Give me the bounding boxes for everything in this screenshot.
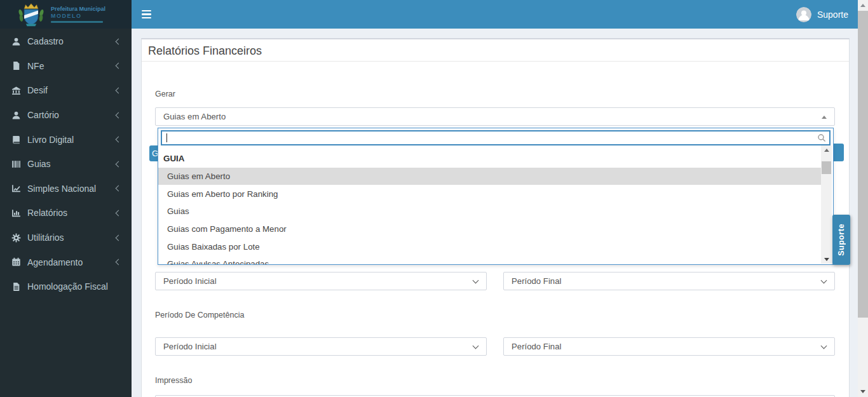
- competencia-final-select[interactable]: Período Final: [503, 337, 835, 356]
- window-scroll-up-arrow[interactable]: [858, 0, 868, 10]
- sidebar-item-label: Cadastro: [27, 36, 64, 46]
- dropdown-option-guias-em-aberto-por-ranking[interactable]: Guias em Aberto por Ranking: [158, 185, 822, 203]
- sidebar-item-label: NFe: [27, 61, 44, 71]
- dropdown-scrollbar-thumb[interactable]: [822, 161, 831, 174]
- book-icon: [11, 135, 21, 144]
- card-header: Relatórios Financeiros: [142, 39, 849, 62]
- gear-icon: [11, 233, 21, 243]
- sidebar-item-cartorio[interactable]: Cartório: [0, 103, 132, 128]
- barcode-icon: [11, 159, 21, 169]
- chevron-left-icon: [116, 259, 122, 266]
- caret-up-icon: [822, 116, 827, 119]
- sidebar-menu: Cadastro NFe Desif Cartório Livro Digita…: [0, 29, 132, 299]
- chevron-down-icon: [473, 343, 479, 349]
- chevron-left-icon: [116, 38, 122, 44]
- periodo-inicial-select[interactable]: Período Inicial: [155, 272, 487, 290]
- chevron-down-icon: [821, 343, 827, 349]
- chevron-down-icon: [821, 278, 827, 284]
- report-type-dropdown: GUIA Guias em Aberto Guias em Aberto por…: [158, 128, 834, 265]
- gerar-field-label: Gerar: [155, 90, 175, 98]
- sidebar-item-label: Cartório: [27, 110, 59, 120]
- relatorios-financeiros-card: Relatórios Financeiros Gerar Gerar Guias…: [141, 38, 850, 397]
- sidebar-item-desif[interactable]: Desif: [0, 78, 132, 103]
- scroll-up-arrow[interactable]: [821, 145, 832, 154]
- triangle-down-icon: [860, 390, 865, 393]
- chevron-left-icon: [116, 137, 122, 143]
- window-scrollbar[interactable]: [858, 0, 868, 397]
- sidebar-item-nfe[interactable]: NFe: [0, 54, 132, 79]
- sidebar-item-cadastro[interactable]: Cadastro: [0, 29, 132, 54]
- chevron-left-icon: [116, 185, 122, 192]
- sidebar-item-utilitarios[interactable]: Utilitários: [0, 225, 132, 250]
- sidebar-item-label: Desif: [27, 85, 48, 95]
- sidebar-item-label: Guias: [27, 159, 51, 169]
- sidebar-item-homologacao-fiscal[interactable]: Homologação Fiscal: [0, 274, 132, 299]
- report-type-select-value: Guias em Aberto: [163, 112, 226, 121]
- chevron-left-icon: [116, 63, 122, 69]
- chart-line-icon: [11, 184, 21, 193]
- user-avatar-icon: [796, 7, 811, 22]
- file-icon: [11, 61, 21, 71]
- triangle-down-icon: [824, 258, 829, 261]
- municipal-crest-logo: [17, 1, 46, 28]
- impressao-label: Impressão: [155, 376, 192, 385]
- periodo-competencia-label: Período De Competência: [155, 311, 244, 320]
- dropdown-option-guias-em-aberto[interactable]: Guias em Aberto: [158, 168, 822, 185]
- chevron-down-icon: [473, 278, 479, 284]
- support-side-tab[interactable]: Suporte: [832, 215, 850, 265]
- hamburger-menu-button[interactable]: [133, 0, 159, 29]
- file-text-icon: [11, 282, 21, 292]
- sidebar-item-label: Livro Digital: [27, 135, 74, 145]
- main-content: Relatórios Financeiros Gerar Gerar Guias…: [132, 29, 868, 397]
- logo[interactable]: Prefeitura Municipal MODELO: [0, 0, 132, 29]
- competencia-inicial-select[interactable]: Período Inicial: [155, 337, 487, 356]
- hamburger-bar: [142, 13, 151, 15]
- user-menu[interactable]: Suporte: [796, 0, 848, 29]
- chevron-left-icon: [116, 234, 122, 241]
- user-icon: [11, 111, 21, 120]
- logo-subtitle: MODELO: [51, 13, 105, 20]
- sidebar-item-simples-nacional[interactable]: Simples Nacional: [0, 177, 132, 201]
- logo-title: Prefeitura Municipal: [51, 6, 105, 13]
- user-icon: [11, 37, 21, 46]
- dropdown-search-input[interactable]: [161, 130, 831, 145]
- support-side-tab-label: Suporte: [837, 224, 846, 256]
- calendar-icon: [11, 257, 21, 267]
- top-header: Suporte: [132, 0, 868, 29]
- bank-icon: [11, 86, 21, 95]
- triangle-up-icon: [860, 4, 865, 7]
- sidebar-item-livro-digital[interactable]: Livro Digital: [0, 127, 132, 152]
- hamburger-bar: [142, 10, 151, 12]
- dropdown-search: [161, 130, 831, 145]
- user-name-label: Suporte: [817, 10, 848, 20]
- logo-tagline: [51, 21, 103, 23]
- scroll-down-arrow[interactable]: [821, 255, 832, 264]
- sidebar: Prefeitura Municipal MODELO Cadastro NFe…: [0, 0, 132, 397]
- sidebar-item-agendamento[interactable]: Agendamento: [0, 250, 132, 274]
- chevron-left-icon: [116, 112, 122, 118]
- sidebar-item-guias[interactable]: Guias: [0, 152, 132, 177]
- window-scrollbar-thumb[interactable]: [858, 11, 868, 318]
- chevron-left-icon: [116, 161, 122, 167]
- window-scroll-down-arrow[interactable]: [858, 386, 868, 396]
- hamburger-bar: [142, 17, 151, 19]
- magnifier-icon: [817, 133, 826, 142]
- sidebar-item-relatorios[interactable]: Relatórios: [0, 201, 132, 225]
- chevron-left-icon: [116, 88, 122, 94]
- sidebar-item-label: Agendamento: [27, 257, 83, 267]
- page-title: Relatórios Financeiros: [148, 44, 843, 58]
- sidebar-item-label: Homologação Fiscal: [27, 281, 108, 292]
- dropdown-option-guias-com-pagamento-a-menor[interactable]: Guias com Pagamento a Menor: [158, 220, 822, 238]
- periodo-final-select[interactable]: Período Final: [503, 272, 835, 290]
- dropdown-option-guias[interactable]: Guias: [158, 203, 822, 220]
- sidebar-item-label: Simples Nacional: [27, 184, 96, 194]
- dropdown-option-guias-avulsas-antecipadas[interactable]: Guias Avulsas Antecipadas: [158, 255, 822, 265]
- report-type-select[interactable]: Guias em Aberto: [155, 107, 835, 126]
- dropdown-option-guias-baixadas-por-lote[interactable]: Guias Baixadas por Lote: [158, 238, 822, 255]
- sidebar-item-label: Relatórios: [27, 208, 67, 218]
- dropdown-scrollbar[interactable]: [821, 145, 832, 264]
- text-cursor: [166, 133, 167, 142]
- chevron-left-icon: [116, 210, 122, 217]
- triangle-up-icon: [824, 149, 829, 152]
- bar-chart-icon: [11, 208, 21, 218]
